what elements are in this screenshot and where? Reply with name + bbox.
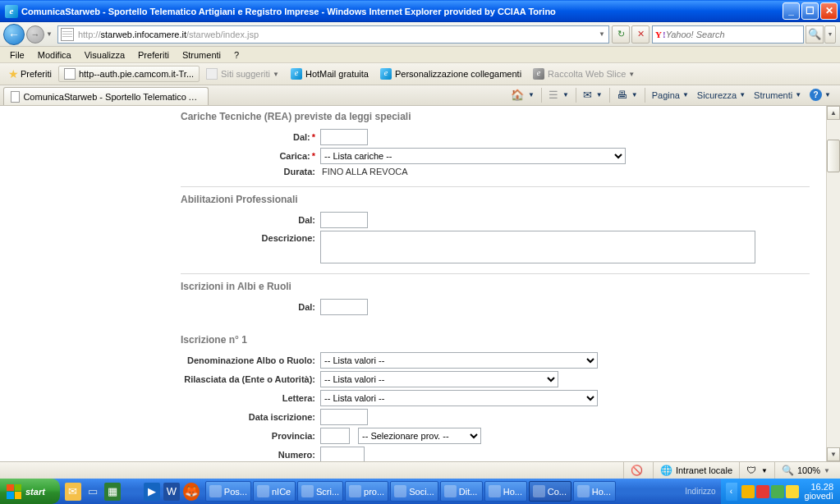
close-button[interactable]: ✕ xyxy=(820,2,838,20)
feeds-button[interactable]: ☰▼ xyxy=(544,87,573,103)
label-descrizione: Descrizione: xyxy=(181,231,320,243)
taskbar-task[interactable]: pro... xyxy=(345,481,388,502)
menu-help[interactable]: ? xyxy=(227,48,246,62)
minimize-button[interactable]: _ xyxy=(783,2,800,20)
taskbar-task[interactable]: Dit... xyxy=(440,481,483,502)
ql-firefox[interactable]: 🦊 xyxy=(183,483,200,501)
task-label: Co... xyxy=(548,487,567,497)
taskbar-task[interactable]: Scri... xyxy=(297,481,343,502)
scroll-thumb[interactable] xyxy=(827,140,840,172)
print-button[interactable]: 🖶▼ xyxy=(613,87,642,103)
taskbar-task[interactable]: Ho... xyxy=(573,481,616,502)
help-button[interactable]: ?▼ xyxy=(806,87,835,103)
link-raccolta[interactable]: Raccolta Web Slice ▼ xyxy=(528,66,640,81)
pagina-menu[interactable]: Pagina▼ xyxy=(648,89,693,102)
menu-visualizza[interactable]: Visualizza xyxy=(78,48,131,62)
status-zone: 🌐 Intranet locale xyxy=(653,462,739,479)
label-dal-3: Dal: xyxy=(181,302,320,312)
show-hidden-icons[interactable]: ‹ xyxy=(726,483,737,501)
system-tray: ‹ 16.28 giovedì xyxy=(721,479,840,504)
search-options-dropdown[interactable]: ▼ xyxy=(824,25,836,44)
taskbar-task[interactable]: Soci... xyxy=(390,481,438,502)
ql-outlook[interactable]: ✉ xyxy=(65,483,81,501)
ql-word[interactable]: W xyxy=(163,483,180,501)
tray-volume-icon[interactable] xyxy=(786,485,799,498)
nav-history-dropdown[interactable]: ▼ xyxy=(46,30,53,38)
taskbar-task[interactable]: Ho... xyxy=(484,481,527,502)
textarea-descrizione[interactable] xyxy=(320,231,755,263)
tab-active[interactable]: ComunicaStarweb - Sportello Telematico A… xyxy=(3,87,209,105)
scroll-down-button[interactable]: ▼ xyxy=(827,447,840,461)
select-lettera[interactable]: -- Lista valori -- xyxy=(320,390,598,406)
favorites-button[interactable]: ★ Preferiti xyxy=(3,66,57,82)
url-text[interactable]: http://starweb.infocamere.it/starweb/ind… xyxy=(76,30,595,39)
window-titlebar: ComunicaStarweb - Sportello Telematico A… xyxy=(0,0,840,22)
menu-modifica[interactable]: Modifica xyxy=(31,48,78,62)
ql-media[interactable]: ▶ xyxy=(144,483,160,501)
page-icon xyxy=(11,91,20,103)
input-dal[interactable] xyxy=(320,129,368,145)
tray-icon[interactable] xyxy=(741,485,755,498)
input-numero[interactable] xyxy=(320,447,365,461)
select-carica[interactable]: -- Lista cariche -- xyxy=(320,148,626,164)
taskbar-task[interactable]: nICe xyxy=(253,481,296,502)
task-label: Soci... xyxy=(409,487,434,497)
link-hotmail[interactable]: HotMail gratuita xyxy=(286,66,374,81)
scroll-track[interactable] xyxy=(827,120,840,447)
select-provincia[interactable]: -- Selezionare prov. -- xyxy=(358,428,481,444)
menu-preferiti[interactable]: Preferiti xyxy=(131,48,176,62)
link-auth[interactable]: http--auth.pie.camcom.it-Tr... xyxy=(58,66,200,82)
clock[interactable]: 16.28 giovedì xyxy=(805,483,833,501)
mail-button[interactable]: ✉▼ xyxy=(579,87,607,103)
link-siti-suggeriti[interactable]: Siti suggeriti ▼ xyxy=(201,66,284,81)
nav-bar: ← → ▼ http://starweb.infocamere.it/starw… xyxy=(0,22,840,47)
favorites-label: Preferiti xyxy=(21,69,52,79)
strumenti-menu[interactable]: Strumenti▼ xyxy=(750,89,806,102)
forward-button[interactable]: → xyxy=(26,25,44,44)
label-provincia: Provincia: xyxy=(181,431,320,441)
vertical-scrollbar[interactable]: ▲ ▼ xyxy=(826,106,840,461)
back-button[interactable]: ← xyxy=(3,24,25,45)
taskbar-task[interactable]: Pos... xyxy=(205,481,251,502)
search-input[interactable] xyxy=(666,27,803,42)
search-button[interactable]: 🔍 xyxy=(806,25,824,44)
status-popup-blocked[interactable]: 🚫 xyxy=(623,462,653,479)
ql-desktop[interactable]: ▭ xyxy=(85,483,101,501)
taskbar-task[interactable]: Co... xyxy=(529,481,571,502)
tray-icon[interactable] xyxy=(771,485,784,498)
task-icon xyxy=(444,485,457,497)
status-protected-mode[interactable]: 🛡▼ xyxy=(739,462,774,479)
section-iscrizione-1: Iscrizione n° 1 xyxy=(181,334,810,346)
status-zoom-value: 100% xyxy=(797,465,820,475)
select-denominazione[interactable]: -- Lista valori -- xyxy=(320,352,598,369)
address-dropdown[interactable]: ▼ xyxy=(595,30,608,38)
menu-strumenti[interactable]: Strumenti xyxy=(176,48,227,62)
refresh-button[interactable]: ↻ xyxy=(612,25,630,44)
ie-icon xyxy=(291,68,302,80)
input-dal-3[interactable] xyxy=(320,299,368,315)
scroll-up-button[interactable]: ▲ xyxy=(827,106,840,120)
search-bar[interactable]: Y! xyxy=(652,25,804,44)
input-dal-2[interactable] xyxy=(320,212,368,228)
link-personalizzazione[interactable]: Personalizzazione collegamenti xyxy=(375,66,526,81)
status-zoom[interactable]: 🔍 100% ▼ xyxy=(774,462,837,479)
task-icon xyxy=(577,485,590,497)
maximize-button[interactable]: ☐ xyxy=(801,2,819,20)
link-pers-label: Personalizzazione collegamenti xyxy=(395,69,521,79)
home-button[interactable]: 🏠▼ xyxy=(507,87,539,103)
input-data-iscrizione[interactable] xyxy=(320,409,368,425)
task-label: nICe xyxy=(272,487,291,497)
select-rilasciata[interactable]: -- Lista valori -- xyxy=(320,371,558,387)
start-button[interactable]: start xyxy=(0,479,60,504)
menu-file[interactable]: File xyxy=(3,48,31,62)
label-rilasciata: Rilasciata da (Ente o Autorità): xyxy=(181,374,320,384)
ql-ie[interactable] xyxy=(124,483,140,501)
ql-excel[interactable]: ▦ xyxy=(104,483,121,501)
menu-bar: File Modifica Visualizza Preferiti Strum… xyxy=(0,47,840,63)
sicurezza-menu[interactable]: Sicurezza▼ xyxy=(693,89,750,102)
address-bar[interactable]: http://starweb.infocamere.it/starweb/ind… xyxy=(57,25,609,44)
tray-icon[interactable] xyxy=(756,485,769,498)
input-provincia-code[interactable] xyxy=(320,428,350,444)
content-area: Cariche Tecniche (REA) previste da leggi… xyxy=(0,106,840,461)
stop-button[interactable]: ✕ xyxy=(631,25,650,44)
